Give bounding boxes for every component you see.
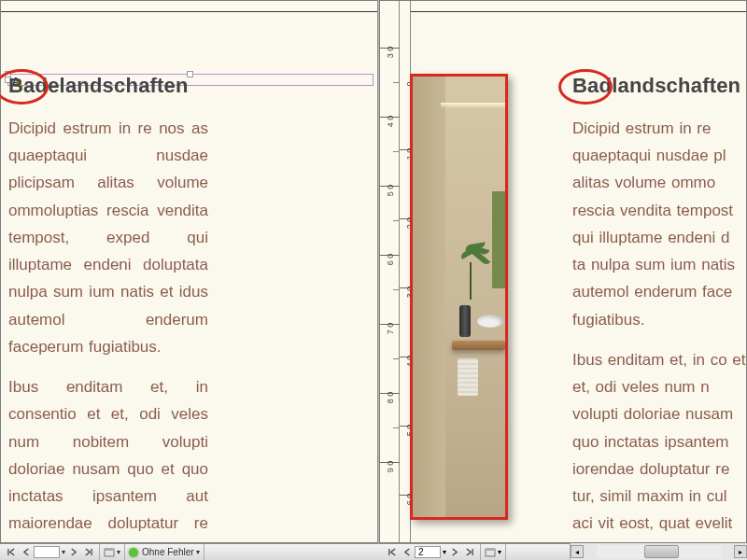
preflight-label: Ohne Fehler (142, 547, 194, 557)
text-frame[interactable]: Badelandschaften Dicipid estrum in re no… (8, 74, 208, 560)
page-number-field[interactable] (415, 546, 441, 558)
chevron-down-icon[interactable]: ▾ (443, 548, 446, 556)
page-boundary (1, 1, 378, 12)
body-text: Dicipid estrum in re quaeptaqui nusdae p… (572, 115, 747, 560)
placed-image-frame[interactable] (410, 74, 508, 520)
chevron-down-icon[interactable]: ▾ (196, 548, 200, 556)
ruler-label: 5 0 (386, 181, 395, 201)
document-window-right: 3 0 4 0 5 0 6 0 7 0 8 0 9 0 0 1 0 2 0 3 … (379, 0, 747, 543)
ruler-label: 9 0 (386, 457, 395, 477)
chevron-down-icon[interactable]: ▾ (62, 548, 65, 556)
ruler-label: 4 0 (386, 112, 395, 132)
status-ok-icon (129, 548, 138, 557)
svg-rect-3 (486, 549, 495, 551)
paragraph: Ibus enditam et, in co et et, odi veles … (572, 346, 747, 560)
page-navigator: ▾ (0, 544, 100, 560)
panel-icon (485, 547, 496, 558)
horizontal-scrollbar[interactable]: ◂ ▸ (570, 543, 747, 560)
scroll-right-button[interactable]: ▸ (734, 545, 747, 558)
paragraph: Dicipid estrum in re nos as quaeptaqui n… (8, 115, 208, 360)
paragraph: Ibus enditam et, in consentio et et, odi… (8, 373, 208, 560)
ruler-label: 3 0 (386, 43, 395, 63)
first-page-button[interactable] (386, 546, 399, 559)
next-page-button[interactable] (66, 546, 79, 559)
prev-page-button[interactable] (20, 546, 33, 559)
first-page-button[interactable] (5, 546, 18, 559)
paragraph: Dicipid estrum in re quaeptaqui nusdae p… (572, 115, 747, 333)
text-frame[interactable]: Badlandschaften Dicipid estrum in re qua… (572, 74, 747, 560)
scroll-left-button[interactable]: ◂ (571, 545, 584, 558)
chevron-down-icon[interactable]: ▾ (498, 548, 501, 556)
panel-icon (104, 547, 115, 558)
body-text: Dicipid estrum in re nos as quaeptaqui n… (8, 115, 208, 560)
next-page-button[interactable] (447, 546, 460, 559)
page-number-field[interactable] (34, 546, 60, 558)
scrollbar-track[interactable] (597, 545, 721, 558)
ruler-label: 6 0 (386, 250, 395, 270)
window-divider[interactable] (377, 0, 379, 543)
last-page-button[interactable] (462, 546, 475, 559)
heading-text: Badelandschaften (8, 74, 208, 98)
svg-rect-1 (105, 549, 114, 551)
vertical-ruler[interactable]: 3 0 4 0 5 0 6 0 7 0 8 0 9 0 (380, 1, 400, 542)
page-navigator: ▾ (381, 544, 481, 560)
scrollbar-thumb[interactable] (644, 545, 679, 558)
preflight-status[interactable]: Ohne Fehler ▾ (125, 544, 204, 560)
prev-page-button[interactable] (401, 546, 414, 559)
ruler-label: 8 0 (386, 388, 395, 408)
ruler-label: 7 0 (386, 319, 395, 339)
bathroom-image-placeholder (413, 77, 505, 517)
document-window-left: A Badelandschaften Dicipid estrum in re … (0, 0, 379, 543)
last-page-button[interactable] (81, 546, 94, 559)
heading-text: Badlandschaften (572, 74, 747, 98)
chevron-down-icon[interactable]: ▾ (117, 548, 120, 556)
page-boundary (380, 1, 746, 12)
open-panel-button[interactable]: ▾ (481, 544, 506, 560)
status-bar-right: ▾ ▾ ◂ ▸ (381, 543, 747, 560)
open-panel-button[interactable]: ▾ (100, 544, 125, 560)
